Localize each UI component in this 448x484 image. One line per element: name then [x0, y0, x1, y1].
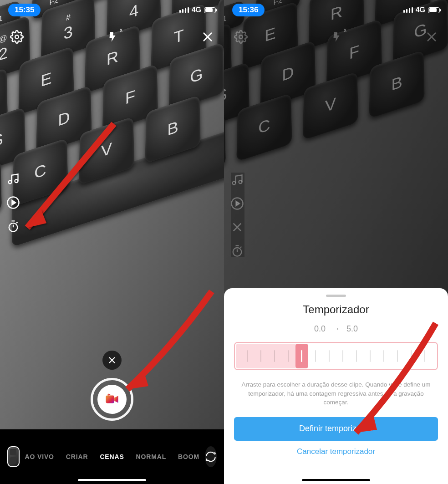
battery-icon [428, 7, 440, 13]
flash-off-icon[interactable]: x [107, 30, 118, 44]
settings-icon[interactable] [10, 30, 24, 44]
gallery-thumbnail-button[interactable] [7, 446, 20, 467]
svg-marker-4 [12, 200, 16, 205]
sheet-title: Temporizador [303, 303, 369, 316]
range-row: 0.0 → 5.0 [314, 324, 358, 334]
cellular-signal-icon [403, 7, 413, 13]
mode-ao-vivo[interactable]: AO VIVO [25, 453, 54, 460]
svg-marker-13 [236, 201, 240, 206]
side-tools [6, 172, 20, 233]
camera-top-controls: x [0, 25, 224, 48]
svg-point-9 [239, 35, 243, 39]
timer-icon [230, 244, 244, 258]
sparkle-camera-icon [104, 392, 120, 407]
status-time: 15:36 [232, 4, 265, 16]
record-cenas-button[interactable] [91, 378, 133, 421]
music-icon[interactable] [6, 172, 20, 186]
cancel-timer-button[interactable]: Cancelar temporizador [297, 447, 375, 456]
music-icon [230, 173, 244, 187]
range-start: 0.0 [314, 324, 326, 334]
helper-text: Arraste para escolher a duração desse cl… [234, 380, 438, 407]
cross-icon [230, 220, 244, 234]
slider-handle[interactable] [295, 344, 308, 368]
flash-off-x-badge: x [344, 27, 346, 33]
timer-icon[interactable] [6, 219, 20, 233]
network-label: 4G [416, 6, 425, 14]
timer-sheet: Temporizador 0.0 → 5.0 Arraste para esco… [224, 288, 448, 484]
mode-cenas[interactable]: CENAS [100, 453, 124, 460]
define-timer-button[interactable]: Definir temporizador [234, 417, 438, 441]
status-time: 15:35 [8, 4, 41, 16]
flip-camera-button[interactable] [205, 446, 217, 467]
slider-ticks [235, 343, 437, 369]
status-bar: 15:36 4G [224, 0, 448, 20]
mode-switcher[interactable]: AO VIVO CRIAR CENAS NORMAL BOOM [25, 453, 199, 460]
mode-criar[interactable]: CRIAR [66, 453, 88, 460]
mode-boom[interactable]: BOOM [178, 453, 199, 460]
right-screenshot: F1 F2 F3 F4 F5 W E R T Y S D F G X C [224, 0, 448, 484]
speed-icon[interactable] [6, 196, 20, 209]
timer-slider[interactable] [234, 342, 438, 370]
svg-rect-6 [106, 396, 114, 403]
status-bar: 15:35 4G [0, 0, 224, 20]
settings-icon [234, 30, 248, 44]
mode-normal[interactable]: NORMAL [136, 453, 166, 460]
network-label: 4G [192, 6, 201, 14]
record-inner [97, 385, 127, 414]
cellular-signal-icon [179, 7, 189, 13]
key-x: X [0, 159, 2, 228]
svg-point-0 [15, 35, 19, 39]
home-indicator[interactable] [78, 479, 146, 481]
left-screenshot: F1 F2 F3 F4 F5 @2 #3 $4 %5 ^6 W E R T Y [0, 0, 224, 484]
svg-point-14 [233, 248, 242, 256]
speed-icon [230, 197, 244, 210]
side-tools [230, 173, 244, 258]
arrow-right-icon: → [332, 324, 340, 334]
battery-icon [204, 7, 216, 13]
delete-last-clip-button[interactable] [102, 351, 122, 370]
svg-point-2 [15, 179, 18, 183]
close-icon [425, 31, 438, 43]
close-icon[interactable] [201, 31, 214, 43]
camera-top-controls: x [224, 25, 448, 48]
svg-point-11 [239, 180, 242, 183]
sheet-drag-handle[interactable] [326, 295, 346, 297]
flash-off-icon: x [331, 30, 342, 44]
svg-point-1 [9, 181, 12, 184]
flash-off-x-badge: x [120, 27, 122, 33]
bottom-mode-rail: AO VIVO CRIAR CENAS NORMAL BOOM [0, 429, 224, 484]
home-indicator[interactable] [302, 479, 370, 481]
range-end: 5.0 [346, 324, 358, 334]
svg-point-10 [233, 182, 236, 185]
